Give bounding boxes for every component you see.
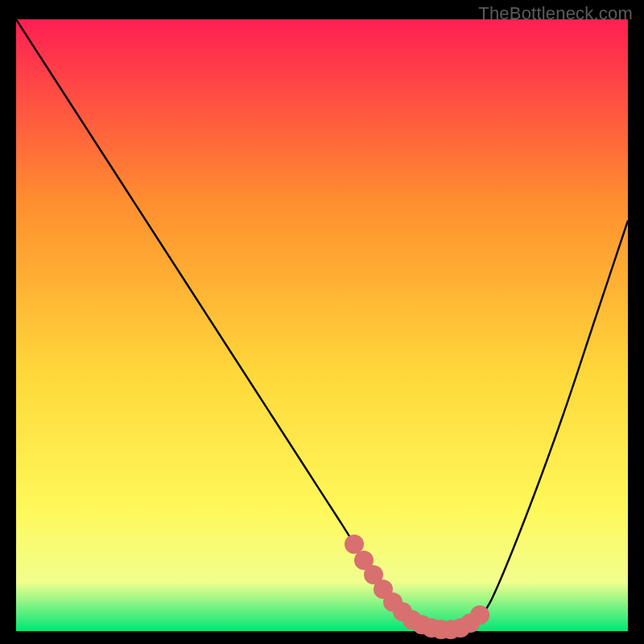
watermark-text: TheBottleneck.com [478, 3, 633, 24]
chart-frame: { "watermark": "TheBottleneck.com", "col… [0, 0, 644, 644]
highlight-marker [470, 605, 489, 625]
chart-svg [0, 0, 644, 644]
highlight-marker [345, 535, 364, 554]
plot-area [16, 19, 628, 631]
